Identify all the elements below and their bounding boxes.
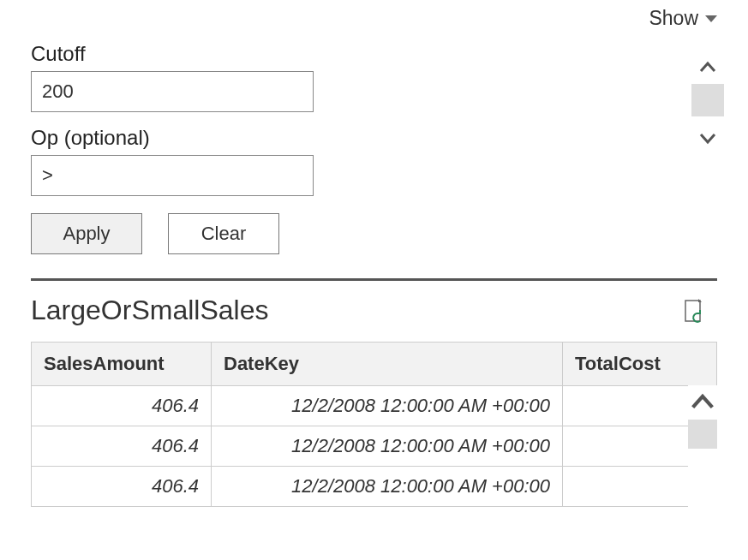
results-title: LargeOrSmallSales (31, 295, 268, 326)
caret-down-icon (705, 15, 717, 22)
table-scrollbar[interactable] (688, 385, 717, 507)
col-header-datekey[interactable]: DateKey (212, 343, 563, 386)
clear-button[interactable]: Clear (168, 213, 279, 254)
cell-datekey: 12/2/2008 12:00:00 AM +00:00 (212, 467, 563, 507)
op-input[interactable] (31, 155, 314, 196)
cutoff-label: Cutoff (31, 42, 717, 66)
scroll-thumb[interactable] (688, 420, 717, 449)
table-row[interactable]: 406.4 12/2/2008 12:00:00 AM +00:00 2 (32, 426, 717, 467)
cell-datekey: 12/2/2008 12:00:00 AM +00:00 (212, 386, 563, 426)
table-row[interactable]: 406.4 12/2/2008 12:00:00 AM +00:00 2 (32, 386, 717, 426)
cell-salesamount: 406.4 (32, 426, 212, 467)
show-label: Show (649, 7, 698, 30)
table-row[interactable]: 406.4 12/2/2008 12:00:00 AM +00:00 2 (32, 467, 717, 507)
cutoff-input[interactable] (31, 71, 314, 112)
results-table: SalesAmount DateKey TotalCost 406.4 12/2… (31, 342, 717, 507)
scroll-up-icon[interactable] (688, 385, 717, 420)
cell-salesamount: 406.4 (32, 386, 212, 426)
refresh-icon[interactable] (681, 297, 705, 325)
col-header-totalcost[interactable]: TotalCost (563, 343, 717, 386)
cell-salesamount: 406.4 (32, 467, 212, 507)
apply-button[interactable]: Apply (31, 213, 142, 254)
col-header-salesamount[interactable]: SalesAmount (32, 343, 212, 386)
cell-datekey: 12/2/2008 12:00:00 AM +00:00 (212, 426, 563, 467)
op-label: Op (optional) (31, 126, 717, 150)
show-dropdown[interactable]: Show (649, 7, 717, 30)
